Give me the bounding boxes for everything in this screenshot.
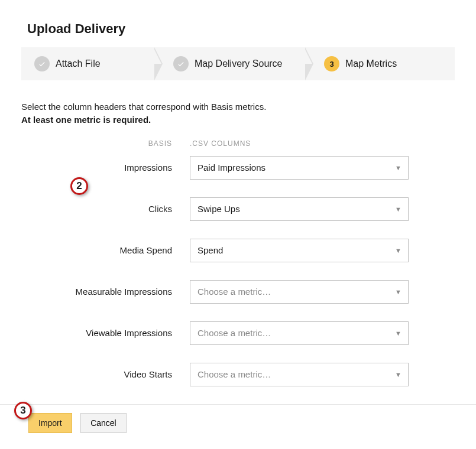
cancel-button[interactable]: Cancel [80, 413, 127, 433]
stepper: Attach File Map Delivery Source 3 Map Me… [21, 47, 455, 80]
intro-line-2: At least one metric is required. [21, 113, 455, 126]
metric-select-wrap: Choose a metric…▼ [190, 280, 409, 304]
metric-select-wrap: Paid Impressions▼ [190, 156, 409, 180]
import-button[interactable]: Import [28, 413, 72, 433]
metric-label: Video Starts [21, 369, 190, 379]
metric-select[interactable]: Choose a metric… [190, 280, 409, 304]
metric-row: Media SpendSpend▼ [21, 239, 455, 262]
annotation-marker-3: 3 [14, 402, 32, 419]
intro-text: Select the column headers that correspon… [21, 100, 455, 126]
metric-select[interactable]: Swipe Ups [190, 197, 409, 221]
metric-label: Media Spend [21, 245, 190, 255]
metric-row: Viewable ImpressionsChoose a metric…▼ [21, 321, 455, 345]
metric-label: Impressions [21, 162, 190, 173]
metric-label: Measurable Impressions [21, 287, 190, 297]
footer: Import Cancel [0, 404, 476, 433]
step-map-metrics: 3 Map Metrics [311, 47, 455, 80]
step-attach-file: Attach File [21, 47, 160, 80]
basis-column-header: BASIS [21, 139, 190, 148]
metric-select-wrap: Spend▼ [190, 239, 409, 262]
metric-row: ClicksSwipe Ups▼ [21, 197, 455, 221]
intro-line-1: Select the column headers that correspon… [21, 100, 455, 113]
metric-row: Video StartsChoose a metric…▼ [21, 363, 455, 386]
metric-label: Clicks [21, 204, 190, 214]
metric-select-wrap: Choose a metric…▼ [190, 363, 409, 386]
step-label: Map Delivery Source [195, 58, 283, 69]
metric-select[interactable]: Choose a metric… [190, 321, 409, 345]
csv-column-header: .CSV COLUMNS [190, 139, 251, 148]
annotation-marker-2: 2 [70, 177, 88, 195]
page-title: Upload Delivery [27, 21, 455, 37]
step-label: Map Metrics [345, 58, 397, 69]
upload-delivery-page: Upload Delivery Attach File Map Delivery… [0, 0, 476, 433]
step-map-delivery-source: Map Delivery Source [160, 47, 311, 80]
metric-select[interactable]: Spend [190, 239, 409, 262]
step-number-badge: 3 [324, 56, 339, 71]
metric-row: ImpressionsPaid Impressions▼ [21, 156, 455, 180]
column-headers: BASIS .CSV COLUMNS [21, 139, 455, 148]
metric-select[interactable]: Choose a metric… [190, 363, 409, 386]
metric-label: Viewable Impressions [21, 328, 190, 338]
metric-select[interactable]: Paid Impressions [190, 156, 409, 180]
metric-select-wrap: Choose a metric…▼ [190, 321, 409, 345]
metric-row: Measurable ImpressionsChoose a metric…▼ [21, 280, 455, 304]
check-icon [173, 56, 189, 71]
check-icon [34, 56, 50, 71]
metric-select-wrap: Swipe Ups▼ [190, 197, 409, 221]
step-label: Attach File [56, 58, 101, 69]
